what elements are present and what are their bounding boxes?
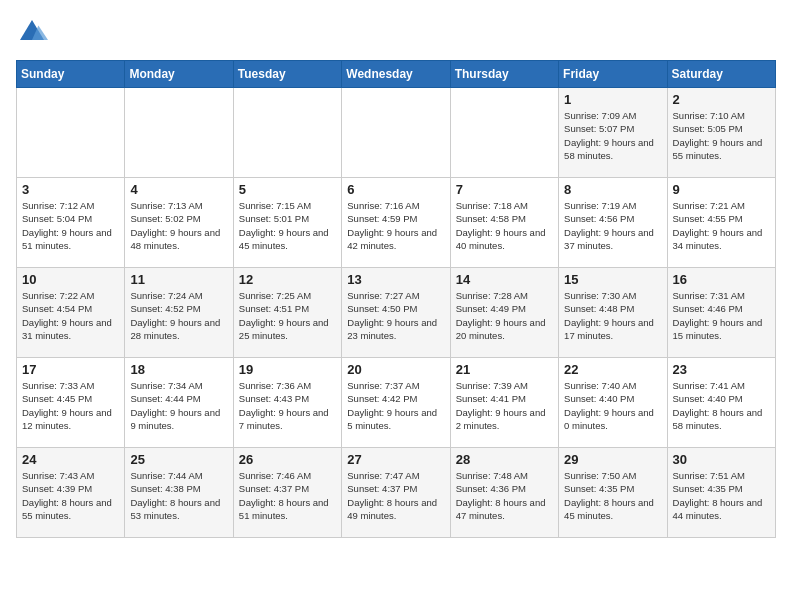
day-info: Sunrise: 7:10 AM Sunset: 5:05 PM Dayligh… bbox=[673, 109, 770, 162]
day-number: 13 bbox=[347, 272, 444, 287]
day-number: 18 bbox=[130, 362, 227, 377]
day-number: 6 bbox=[347, 182, 444, 197]
header-cell-sunday: Sunday bbox=[17, 61, 125, 88]
day-number: 22 bbox=[564, 362, 661, 377]
day-info: Sunrise: 7:12 AM Sunset: 5:04 PM Dayligh… bbox=[22, 199, 119, 252]
day-info: Sunrise: 7:47 AM Sunset: 4:37 PM Dayligh… bbox=[347, 469, 444, 522]
day-info: Sunrise: 7:36 AM Sunset: 4:43 PM Dayligh… bbox=[239, 379, 336, 432]
day-number: 25 bbox=[130, 452, 227, 467]
day-info: Sunrise: 7:33 AM Sunset: 4:45 PM Dayligh… bbox=[22, 379, 119, 432]
day-cell: 8Sunrise: 7:19 AM Sunset: 4:56 PM Daylig… bbox=[559, 178, 667, 268]
day-number: 17 bbox=[22, 362, 119, 377]
day-number: 15 bbox=[564, 272, 661, 287]
day-cell: 16Sunrise: 7:31 AM Sunset: 4:46 PM Dayli… bbox=[667, 268, 775, 358]
day-cell: 3Sunrise: 7:12 AM Sunset: 5:04 PM Daylig… bbox=[17, 178, 125, 268]
day-info: Sunrise: 7:48 AM Sunset: 4:36 PM Dayligh… bbox=[456, 469, 553, 522]
day-number: 1 bbox=[564, 92, 661, 107]
day-cell: 19Sunrise: 7:36 AM Sunset: 4:43 PM Dayli… bbox=[233, 358, 341, 448]
day-info: Sunrise: 7:37 AM Sunset: 4:42 PM Dayligh… bbox=[347, 379, 444, 432]
day-cell: 12Sunrise: 7:25 AM Sunset: 4:51 PM Dayli… bbox=[233, 268, 341, 358]
logo bbox=[16, 16, 54, 48]
day-info: Sunrise: 7:44 AM Sunset: 4:38 PM Dayligh… bbox=[130, 469, 227, 522]
day-number: 20 bbox=[347, 362, 444, 377]
day-cell: 13Sunrise: 7:27 AM Sunset: 4:50 PM Dayli… bbox=[342, 268, 450, 358]
day-cell bbox=[450, 88, 558, 178]
day-cell: 24Sunrise: 7:43 AM Sunset: 4:39 PM Dayli… bbox=[17, 448, 125, 538]
day-cell: 30Sunrise: 7:51 AM Sunset: 4:35 PM Dayli… bbox=[667, 448, 775, 538]
day-cell: 22Sunrise: 7:40 AM Sunset: 4:40 PM Dayli… bbox=[559, 358, 667, 448]
day-info: Sunrise: 7:43 AM Sunset: 4:39 PM Dayligh… bbox=[22, 469, 119, 522]
day-info: Sunrise: 7:27 AM Sunset: 4:50 PM Dayligh… bbox=[347, 289, 444, 342]
day-info: Sunrise: 7:30 AM Sunset: 4:48 PM Dayligh… bbox=[564, 289, 661, 342]
header-row: SundayMondayTuesdayWednesdayThursdayFrid… bbox=[17, 61, 776, 88]
day-cell: 9Sunrise: 7:21 AM Sunset: 4:55 PM Daylig… bbox=[667, 178, 775, 268]
day-info: Sunrise: 7:34 AM Sunset: 4:44 PM Dayligh… bbox=[130, 379, 227, 432]
day-number: 16 bbox=[673, 272, 770, 287]
day-info: Sunrise: 7:39 AM Sunset: 4:41 PM Dayligh… bbox=[456, 379, 553, 432]
week-row-0: 1Sunrise: 7:09 AM Sunset: 5:07 PM Daylig… bbox=[17, 88, 776, 178]
day-number: 23 bbox=[673, 362, 770, 377]
day-number: 28 bbox=[456, 452, 553, 467]
day-cell: 21Sunrise: 7:39 AM Sunset: 4:41 PM Dayli… bbox=[450, 358, 558, 448]
header-cell-wednesday: Wednesday bbox=[342, 61, 450, 88]
day-info: Sunrise: 7:46 AM Sunset: 4:37 PM Dayligh… bbox=[239, 469, 336, 522]
day-number: 2 bbox=[673, 92, 770, 107]
day-cell: 25Sunrise: 7:44 AM Sunset: 4:38 PM Dayli… bbox=[125, 448, 233, 538]
week-row-1: 3Sunrise: 7:12 AM Sunset: 5:04 PM Daylig… bbox=[17, 178, 776, 268]
page-header bbox=[16, 16, 776, 48]
day-cell: 28Sunrise: 7:48 AM Sunset: 4:36 PM Dayli… bbox=[450, 448, 558, 538]
day-cell: 26Sunrise: 7:46 AM Sunset: 4:37 PM Dayli… bbox=[233, 448, 341, 538]
day-number: 11 bbox=[130, 272, 227, 287]
day-cell: 5Sunrise: 7:15 AM Sunset: 5:01 PM Daylig… bbox=[233, 178, 341, 268]
day-number: 26 bbox=[239, 452, 336, 467]
day-info: Sunrise: 7:31 AM Sunset: 4:46 PM Dayligh… bbox=[673, 289, 770, 342]
day-cell: 23Sunrise: 7:41 AM Sunset: 4:40 PM Dayli… bbox=[667, 358, 775, 448]
header-cell-friday: Friday bbox=[559, 61, 667, 88]
day-info: Sunrise: 7:25 AM Sunset: 4:51 PM Dayligh… bbox=[239, 289, 336, 342]
day-cell bbox=[125, 88, 233, 178]
day-number: 9 bbox=[673, 182, 770, 197]
day-number: 30 bbox=[673, 452, 770, 467]
day-cell: 1Sunrise: 7:09 AM Sunset: 5:07 PM Daylig… bbox=[559, 88, 667, 178]
day-number: 7 bbox=[456, 182, 553, 197]
day-number: 5 bbox=[239, 182, 336, 197]
day-info: Sunrise: 7:22 AM Sunset: 4:54 PM Dayligh… bbox=[22, 289, 119, 342]
day-number: 21 bbox=[456, 362, 553, 377]
week-row-4: 24Sunrise: 7:43 AM Sunset: 4:39 PM Dayli… bbox=[17, 448, 776, 538]
day-number: 10 bbox=[22, 272, 119, 287]
day-info: Sunrise: 7:28 AM Sunset: 4:49 PM Dayligh… bbox=[456, 289, 553, 342]
calendar-body: 1Sunrise: 7:09 AM Sunset: 5:07 PM Daylig… bbox=[17, 88, 776, 538]
day-info: Sunrise: 7:21 AM Sunset: 4:55 PM Dayligh… bbox=[673, 199, 770, 252]
day-number: 29 bbox=[564, 452, 661, 467]
day-cell: 6Sunrise: 7:16 AM Sunset: 4:59 PM Daylig… bbox=[342, 178, 450, 268]
day-number: 14 bbox=[456, 272, 553, 287]
day-info: Sunrise: 7:13 AM Sunset: 5:02 PM Dayligh… bbox=[130, 199, 227, 252]
day-cell: 2Sunrise: 7:10 AM Sunset: 5:05 PM Daylig… bbox=[667, 88, 775, 178]
header-cell-thursday: Thursday bbox=[450, 61, 558, 88]
day-cell: 11Sunrise: 7:24 AM Sunset: 4:52 PM Dayli… bbox=[125, 268, 233, 358]
day-info: Sunrise: 7:16 AM Sunset: 4:59 PM Dayligh… bbox=[347, 199, 444, 252]
day-info: Sunrise: 7:09 AM Sunset: 5:07 PM Dayligh… bbox=[564, 109, 661, 162]
header-cell-tuesday: Tuesday bbox=[233, 61, 341, 88]
day-cell: 4Sunrise: 7:13 AM Sunset: 5:02 PM Daylig… bbox=[125, 178, 233, 268]
calendar-table: SundayMondayTuesdayWednesdayThursdayFrid… bbox=[16, 60, 776, 538]
calendar-header: SundayMondayTuesdayWednesdayThursdayFrid… bbox=[17, 61, 776, 88]
week-row-2: 10Sunrise: 7:22 AM Sunset: 4:54 PM Dayli… bbox=[17, 268, 776, 358]
day-number: 12 bbox=[239, 272, 336, 287]
day-info: Sunrise: 7:50 AM Sunset: 4:35 PM Dayligh… bbox=[564, 469, 661, 522]
day-cell bbox=[233, 88, 341, 178]
logo-icon bbox=[16, 16, 48, 48]
day-cell: 10Sunrise: 7:22 AM Sunset: 4:54 PM Dayli… bbox=[17, 268, 125, 358]
day-info: Sunrise: 7:40 AM Sunset: 4:40 PM Dayligh… bbox=[564, 379, 661, 432]
day-cell: 20Sunrise: 7:37 AM Sunset: 4:42 PM Dayli… bbox=[342, 358, 450, 448]
day-info: Sunrise: 7:19 AM Sunset: 4:56 PM Dayligh… bbox=[564, 199, 661, 252]
day-cell bbox=[17, 88, 125, 178]
day-number: 8 bbox=[564, 182, 661, 197]
day-cell: 27Sunrise: 7:47 AM Sunset: 4:37 PM Dayli… bbox=[342, 448, 450, 538]
day-number: 24 bbox=[22, 452, 119, 467]
header-cell-monday: Monday bbox=[125, 61, 233, 88]
day-info: Sunrise: 7:18 AM Sunset: 4:58 PM Dayligh… bbox=[456, 199, 553, 252]
day-cell bbox=[342, 88, 450, 178]
day-info: Sunrise: 7:41 AM Sunset: 4:40 PM Dayligh… bbox=[673, 379, 770, 432]
day-info: Sunrise: 7:15 AM Sunset: 5:01 PM Dayligh… bbox=[239, 199, 336, 252]
